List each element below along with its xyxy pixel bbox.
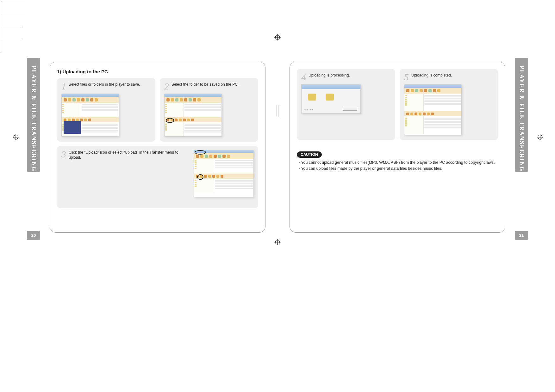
step-text: Select files or folders in the player to… xyxy=(69,82,140,87)
step-text: Uploading is completed. xyxy=(411,73,452,78)
caution-list: - You cannot upload general music files(… xyxy=(297,160,498,172)
section-tab-label: PLAYER & FILE TRANSFERING xyxy=(518,66,525,172)
page-left: PLAYER & FILE TRANSFERING 20 1) Uploadin… xyxy=(27,58,278,240)
step-number: 5 xyxy=(404,73,409,81)
screenshot-step3 xyxy=(194,150,254,197)
step-row-2: 4 Uploading is processing. ....... .....… xyxy=(297,69,498,140)
content-panel-right: 4 Uploading is processing. ....... .....… xyxy=(290,62,505,233)
step-text: Uploading is processing. xyxy=(309,73,350,78)
gutter-notch xyxy=(276,105,279,117)
annotation-circle-icon xyxy=(197,174,203,180)
step-number: 1 xyxy=(61,82,66,90)
caution-item: - You cannot upload general music files(… xyxy=(297,160,498,166)
caution-item: - You can upload files made by the playe… xyxy=(297,166,498,172)
section-tab-right: PLAYER & FILE TRANSFERING xyxy=(515,58,528,172)
section-title: 1) Uploading to the PC xyxy=(57,69,258,74)
step-number: 2 xyxy=(164,82,169,90)
step-row-1: 1 Select files or folders in the player … xyxy=(57,78,258,142)
page-number-left: 20 xyxy=(27,231,40,240)
step-text: Select the folder to be saved on the PC. xyxy=(171,82,239,87)
section-tab-label: PLAYER & FILE TRANSFERING xyxy=(30,66,37,172)
crop-mark xyxy=(0,26,0,39)
annotation-circle-icon xyxy=(166,118,174,123)
screenshot-step4: ....... ....... xyxy=(301,84,361,113)
crop-mark xyxy=(0,13,25,13)
registration-mark-right xyxy=(537,134,543,140)
page-right: PLAYER & FILE TRANSFERING 21 4 Uploading… xyxy=(278,58,528,240)
content-panel-left: 1) Uploading to the PC 1 Select files or… xyxy=(50,62,265,233)
selection-highlight xyxy=(64,121,81,134)
step-number: 4 xyxy=(301,73,306,81)
page-number-right: 21 xyxy=(515,231,528,240)
registration-mark-left xyxy=(13,134,19,140)
page-spread: PLAYER & FILE TRANSFERING 20 1) Uploadin… xyxy=(27,58,528,240)
crop-mark xyxy=(0,26,22,26)
crop-mark xyxy=(0,39,0,52)
screenshot-step5 xyxy=(404,84,462,135)
section-tab-left: PLAYER & FILE TRANSFERING xyxy=(27,58,40,172)
crop-mark xyxy=(0,39,22,39)
step-card-2: 2 Select the folder to be saved on the P… xyxy=(160,78,258,142)
crop-mark xyxy=(0,0,0,13)
annotation-circle-icon xyxy=(195,150,206,155)
screenshot-step1 xyxy=(61,94,119,137)
step-card-5: 5 Uploading is completed. xyxy=(400,69,498,140)
step-text: Click the "Upload" icon or select "Uploa… xyxy=(69,150,189,160)
registration-mark-bottom xyxy=(274,239,281,245)
registration-mark-top xyxy=(274,34,281,40)
step-card-3: 3 Click the "Upload" icon or select "Upl… xyxy=(57,146,258,208)
screenshot-step2 xyxy=(164,94,222,137)
caution-block: CAUTION - You cannot upload general musi… xyxy=(297,151,498,172)
caution-badge: CAUTION xyxy=(297,151,322,158)
step-card-1: 1 Select files or folders in the player … xyxy=(57,78,155,142)
step-card-4: 4 Uploading is processing. ....... .....… xyxy=(297,69,395,140)
crop-mark xyxy=(0,0,25,0)
step-number: 3 xyxy=(61,150,66,158)
crop-mark xyxy=(0,13,0,26)
